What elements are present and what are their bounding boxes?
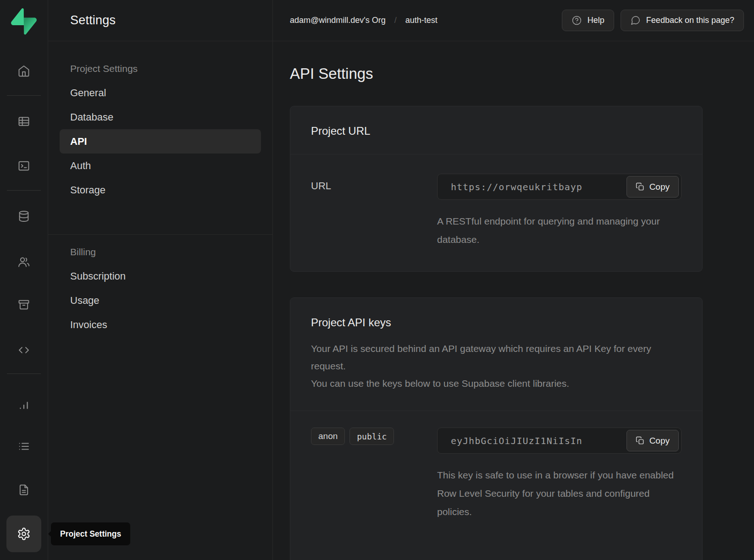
copy-anon-key-button[interactable]: Copy — [626, 430, 679, 451]
project-url-card: Project URL URL https://orwqeukritbayp C… — [290, 106, 703, 272]
app-root: Project Settings Settings Project Settin… — [0, 0, 754, 560]
file-text-icon — [17, 483, 30, 496]
badge-anon: anon — [311, 428, 345, 445]
feedback-button-label: Feedback on this page? — [646, 16, 734, 25]
rail-item-authentication[interactable] — [17, 256, 30, 269]
nav-item-auth[interactable]: Auth — [60, 154, 261, 178]
anon-key-input-wrap: eyJhbGciOiJIUzI1NiIsIn Copy — [437, 428, 682, 454]
breadcrumb-org[interactable]: adam@windmill.dev's Org — [290, 16, 386, 25]
api-keys-description-line2: You can use the keys below to use Supaba… — [311, 378, 569, 389]
key-badges: anon public — [311, 428, 437, 445]
supabase-logo[interactable] — [11, 8, 37, 35]
list-icon — [17, 440, 30, 453]
supabase-logo-icon — [11, 8, 37, 35]
database-icon — [17, 210, 30, 223]
url-input-wrap: https://orwqeukritbayp Copy — [437, 174, 682, 200]
nav-item-storage[interactable]: Storage — [60, 178, 261, 202]
copy-url-label: Copy — [649, 182, 670, 192]
tooltip-label: Project Settings — [60, 529, 121, 539]
nav-item-invoices[interactable]: Invoices — [60, 313, 261, 337]
anon-key-badges-col: anon public — [311, 428, 437, 531]
archive-icon — [17, 298, 30, 311]
topbar-actions: Help Feedback on this page? — [562, 10, 744, 31]
nav-section-project-settings: Project Settings — [60, 63, 261, 74]
topbar: adam@windmill.dev's Org / auth-test Help… — [273, 0, 754, 41]
divider — [7, 95, 41, 96]
url-description: A RESTful endpoint for querying and mana… — [437, 212, 682, 249]
message-bubble-icon — [630, 15, 641, 26]
badge-public: public — [349, 428, 394, 445]
divider — [7, 190, 41, 191]
main-area: adam@windmill.dev's Org / auth-test Help… — [273, 0, 754, 560]
anon-key-row: anon public eyJhbGciOiJIUzI1NiIsIn Copy — [290, 411, 702, 560]
settings-nav: Settings Project Settings General Databa… — [48, 0, 273, 560]
api-keys-description-line1: Your API is secured behind an API gatewa… — [311, 343, 651, 371]
nav-item-api[interactable]: API — [60, 129, 261, 154]
bar-chart-icon — [17, 398, 30, 411]
sql-editor-icon — [17, 159, 30, 172]
help-button-label: Help — [588, 16, 604, 25]
help-button[interactable]: Help — [562, 10, 614, 31]
nav-item-usage[interactable]: Usage — [60, 288, 261, 313]
feedback-button[interactable]: Feedback on this page? — [621, 10, 744, 31]
copy-icon — [636, 182, 644, 191]
rail-item-home[interactable] — [17, 65, 30, 77]
page-content: API Settings Project URL URL https://orw… — [273, 41, 754, 560]
breadcrumb-separator: / — [394, 16, 397, 25]
anon-key-value-col: eyJhbGciOiJIUzI1NiIsIn Copy This key is … — [437, 428, 682, 531]
settings-title: Settings — [70, 13, 116, 27]
copy-anon-key-label: Copy — [649, 436, 670, 446]
rail-item-table-editor[interactable] — [17, 115, 30, 128]
rail-item-storage[interactable] — [17, 298, 30, 311]
icon-rail — [0, 0, 48, 560]
rail-item-project-settings[interactable] — [6, 516, 41, 552]
nav-item-database[interactable]: Database — [60, 105, 261, 129]
breadcrumb-project[interactable]: auth-test — [405, 16, 438, 25]
help-circle-icon — [571, 15, 582, 26]
api-keys-card-title: Project API keys — [311, 316, 682, 329]
rail-item-reports[interactable] — [17, 398, 30, 411]
url-row: URL https://orwqeukritbayp Copy A REST — [290, 154, 702, 271]
rail-item-edge-functions[interactable] — [17, 344, 30, 357]
table-editor-icon — [17, 115, 30, 128]
divider — [7, 373, 41, 374]
url-row-label: URL — [311, 174, 437, 258]
copy-url-button[interactable]: Copy — [626, 176, 679, 198]
settings-nav-header: Settings — [48, 0, 272, 41]
project-url-card-header: Project URL — [290, 106, 702, 154]
nav-item-subscription[interactable]: Subscription — [60, 264, 261, 288]
api-keys-card: Project API keys Your API is secured beh… — [290, 297, 703, 560]
gear-icon — [17, 527, 31, 541]
api-keys-card-header: Project API keys Your API is secured beh… — [290, 298, 702, 411]
url-row-value: https://orwqeukritbayp Copy A RESTful en… — [437, 174, 682, 258]
tooltip-project-settings: Project Settings — [51, 522, 130, 545]
anon-key-description: This key is safe to use in a browser if … — [437, 466, 682, 521]
page-title: API Settings — [290, 65, 703, 82]
settings-nav-list: Project Settings General Database API Au… — [48, 63, 272, 337]
code-icon — [17, 344, 30, 357]
rail-item-logs[interactable] — [17, 440, 30, 453]
rail-item-database[interactable] — [17, 210, 30, 223]
users-icon — [17, 256, 30, 269]
project-url-card-title: Project URL — [311, 125, 682, 137]
divider — [48, 234, 272, 235]
breadcrumb: adam@windmill.dev's Org / auth-test — [290, 16, 438, 25]
home-icon — [17, 65, 30, 77]
copy-icon — [636, 436, 644, 445]
nav-section-billing: Billing — [60, 247, 261, 258]
rail-item-sql-editor[interactable] — [17, 159, 30, 172]
nav-item-general[interactable]: General — [60, 81, 261, 105]
api-keys-description: Your API is secured behind an API gatewa… — [311, 340, 682, 392]
rail-item-api-docs[interactable] — [17, 483, 30, 496]
